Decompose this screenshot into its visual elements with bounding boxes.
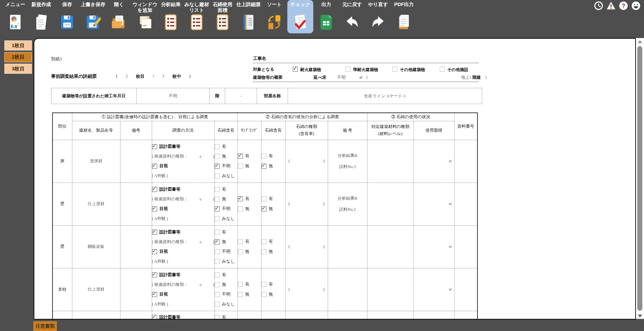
sidebar-tab-page-2[interactable]: 2枚目: [4, 52, 32, 62]
scrollbar-thumb[interactable]: [637, 46, 642, 311]
clock-icon[interactable]: [594, 1, 603, 10]
open-button[interactable]: 開く: [106, 0, 132, 33]
contain-deemed-checkbox[interactable]: [215, 259, 220, 264]
asbestos-area-button[interactable]: 石綿使用 面積: [210, 0, 236, 33]
usage-area-cell[interactable]: ㎡: [414, 183, 454, 225]
smiley-icon[interactable]: [631, 1, 641, 10]
analysis-note-cell[interactable]: 分析結果B試料No.3: [328, 140, 367, 183]
design-docs-checkbox[interactable]: [152, 272, 157, 277]
contain-deemed-checkbox[interactable]: [215, 216, 220, 221]
contain-no-checkbox[interactable]: [215, 282, 220, 287]
contain-yes-checkbox[interactable]: [215, 144, 220, 149]
design-docs-checkbox[interactable]: [152, 187, 157, 192]
analysis-no-checkbox[interactable]: [261, 292, 266, 297]
floors-above-ground[interactable]: 地上1: [461, 75, 471, 80]
analysis-yes-checkbox[interactable]: [261, 282, 266, 287]
material-cell[interactable]: 塗床材: [72, 140, 120, 183]
visual-check-checkbox[interactable]: [152, 206, 157, 211]
menu-button[interactable]: メニュー: [2, 0, 28, 33]
export-button[interactable]: 出力: [313, 0, 339, 33]
doc-number-cell[interactable]: [454, 311, 477, 320]
pdf-export-button[interactable]: PDF出力: [391, 0, 417, 33]
undo-button[interactable]: 元に戻す: [339, 0, 365, 33]
contain-unknown-checkbox[interactable]: [215, 164, 220, 169]
visual-check-checkbox[interactable]: [152, 292, 157, 297]
note-cell[interactable]: [120, 183, 152, 225]
warning-icon[interactable]: [606, 1, 616, 10]
specific-material-cell[interactable]: [367, 183, 414, 225]
asbestos-kind-cell[interactable]: (): [285, 140, 328, 183]
specific-material-cell[interactable]: [367, 311, 414, 320]
note-cell[interactable]: [120, 140, 152, 183]
basis-type-value[interactable]: a: [188, 154, 213, 159]
basis-type-value[interactable]: a: [188, 196, 213, 202]
visual-check-checkbox[interactable]: [152, 164, 157, 169]
sidebar-tab-page-3[interactable]: 3枚目: [4, 64, 32, 74]
specific-material-cell[interactable]: [367, 140, 414, 183]
analysis-no-checkbox[interactable]: [261, 164, 266, 169]
specific-material-cell[interactable]: [367, 268, 414, 311]
finish-detail-sheet-button[interactable]: 仕上詳細票: [236, 0, 261, 33]
floor-area-value[interactable]: 不明: [337, 75, 346, 80]
sampling-yes-checkbox[interactable]: [238, 282, 243, 287]
sampling-no-checkbox[interactable]: [238, 206, 243, 211]
material-cell[interactable]: 仕上塗材: [72, 183, 120, 225]
part-cell[interactable]: 壁: [52, 183, 72, 225]
contain-yes-checkbox[interactable]: [215, 315, 220, 320]
doc-number-cell[interactable]: [454, 225, 477, 268]
analysis-note-cell[interactable]: [328, 268, 367, 311]
analysis-note-cell[interactable]: [328, 311, 367, 320]
doc-number-cell[interactable]: [454, 268, 477, 311]
doc-number-cell[interactable]: [454, 183, 477, 225]
usage-area-cell[interactable]: ㎡: [414, 225, 454, 268]
specific-material-cell[interactable]: [367, 225, 414, 268]
material-cell[interactable]: [72, 311, 120, 320]
part-cell[interactable]: 壁: [52, 225, 72, 268]
usage-area-cell[interactable]: ㎡: [414, 268, 454, 311]
room-name-value[interactable]: 生産ライン Aヤード-1: [288, 88, 482, 104]
new-file-button[interactable]: 新規作成: [28, 0, 54, 33]
sampling-no-checkbox[interactable]: [238, 249, 243, 254]
optional-documents-button[interactable]: 任意書類: [33, 321, 57, 331]
semi-fireproof-checkbox[interactable]: [346, 67, 351, 72]
sampling-yes-checkbox[interactable]: [238, 196, 243, 201]
sampling-no-checkbox[interactable]: [238, 292, 243, 297]
sampling-no-checkbox[interactable]: [238, 164, 243, 169]
other-building-checkbox[interactable]: [392, 67, 397, 72]
part-cell[interactable]: 支柱: [52, 268, 72, 311]
asbestos-kind-cell[interactable]: (): [285, 268, 328, 311]
analysis-yes-checkbox[interactable]: [261, 239, 266, 244]
contain-no-checkbox[interactable]: [215, 239, 220, 244]
contain-unknown-checkbox[interactable]: [215, 292, 220, 297]
contain-yes-checkbox[interactable]: [215, 230, 220, 235]
usage-area-cell[interactable]: ㎡: [414, 311, 454, 320]
design-docs-checkbox[interactable]: [152, 315, 157, 320]
other-facility-checkbox[interactable]: [440, 67, 445, 72]
basis-type-value[interactable]: a: [188, 239, 213, 245]
material-cell[interactable]: 仕上塗材: [72, 268, 120, 311]
usage-area-cell[interactable]: ㎡: [414, 140, 454, 183]
design-docs-checkbox[interactable]: [152, 144, 157, 149]
scroll-down-arrow-icon[interactable]: [638, 315, 642, 318]
analysis-note-cell[interactable]: [328, 225, 367, 268]
sort-button[interactable]: ソート: [261, 0, 287, 33]
redo-button[interactable]: やり直す: [365, 0, 391, 33]
overwrite-save-button[interactable]: 上書き保存: [80, 0, 106, 33]
contain-no-checkbox[interactable]: [215, 197, 220, 202]
contain-yes-checkbox[interactable]: [215, 187, 220, 192]
design-docs-checkbox[interactable]: [152, 230, 157, 235]
scroll-up-arrow-icon[interactable]: [638, 40, 642, 43]
visual-check-checkbox[interactable]: [152, 249, 157, 254]
completion-date-value[interactable]: 不明: [137, 88, 210, 104]
contain-unknown-checkbox[interactable]: [215, 206, 220, 211]
asbestos-kind-cell[interactable]: (): [285, 311, 328, 320]
contain-deemed-checkbox[interactable]: [215, 173, 220, 178]
sampling-yes-checkbox[interactable]: [238, 154, 243, 159]
part-cell[interactable]: [52, 311, 72, 320]
help-icon[interactable]: ?: [619, 1, 628, 10]
doc-number-cell[interactable]: [454, 140, 477, 183]
part-cell[interactable]: 床: [52, 140, 72, 183]
contain-unknown-checkbox[interactable]: [215, 249, 220, 254]
deemed-materials-list-button[interactable]: みなし建材 リスト: [184, 0, 210, 33]
basis-type-value[interactable]: a: [188, 282, 213, 288]
